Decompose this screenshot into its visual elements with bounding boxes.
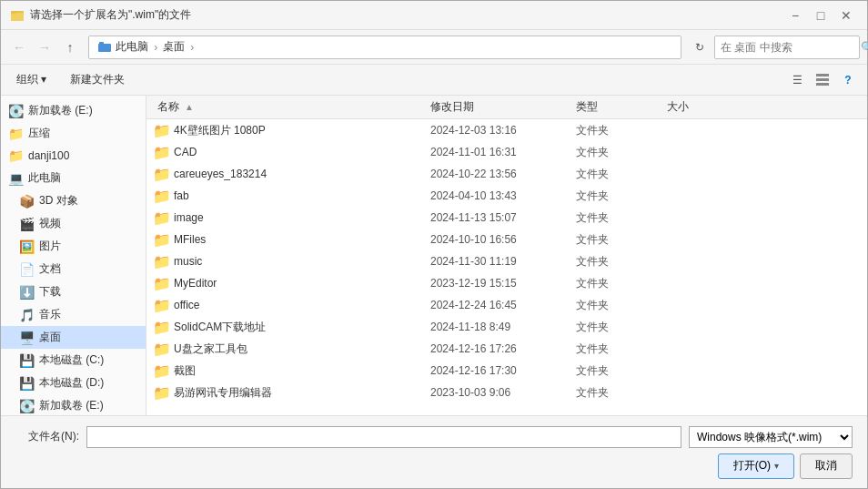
view-list-button[interactable]: ☰: [785, 68, 809, 92]
file-name: office: [174, 299, 427, 311]
file-type: 文件夹: [572, 341, 663, 357]
breadcrumb-pc[interactable]: 此电脑: [95, 37, 152, 56]
sidebar-item-music[interactable]: 🎵 音乐: [1, 303, 146, 326]
file-name: fab: [174, 189, 427, 202]
search-input[interactable]: [721, 41, 857, 54]
view-details-button[interactable]: [811, 68, 834, 92]
col-type-header[interactable]: 类型: [572, 99, 663, 115]
folder-icon: 📁: [154, 253, 170, 270]
minimize-button[interactable]: −: [783, 6, 807, 25]
file-type: 文件夹: [572, 210, 663, 226]
folder-icon: 📁: [154, 341, 170, 357]
file-name: music: [174, 255, 427, 268]
new-folder-button[interactable]: 新建文件夹: [62, 68, 133, 92]
file-type: 文件夹: [572, 385, 663, 401]
folder-icon: 📁: [8, 148, 23, 163]
address-bar[interactable]: 此电脑 › 桌面 ›: [88, 36, 681, 59]
sidebar-item-label: 文档: [39, 261, 61, 277]
table-row[interactable]: 📁 MFiles 2024-10-10 16:56 文件夹: [146, 229, 867, 250]
file-area: 名称 ▲ 修改日期 类型 大小 📁 4K壁纸图片 1080P 2024-12-0…: [146, 96, 867, 415]
volume-e-icon: 💽: [19, 399, 34, 413]
folder-icon: 📁: [8, 127, 23, 141]
folder-icon: 📁: [154, 362, 170, 379]
table-row[interactable]: 📁 MyEditor 2023-12-19 15:15 文件夹: [146, 272, 867, 294]
table-row[interactable]: 📁 office 2024-12-24 16:45 文件夹: [146, 294, 867, 316]
filetype-select[interactable]: Windows 映像格式(*.wim): [689, 426, 853, 448]
back-button[interactable]: ←: [8, 36, 30, 58]
sidebar-item-local-c[interactable]: 💾 本地磁盘 (C:): [1, 349, 146, 372]
file-date: 2024-11-18 8:49: [427, 321, 572, 333]
col-size-header[interactable]: 大小: [663, 99, 736, 115]
table-row[interactable]: 📁 music 2024-11-30 11:19 文件夹: [146, 250, 867, 272]
filename-input[interactable]: [86, 426, 681, 448]
col-name-header[interactable]: 名称 ▲: [154, 99, 427, 115]
table-row[interactable]: 📁 4K壁纸图片 1080P 2024-12-03 13:16 文件夹: [146, 119, 867, 141]
table-row[interactable]: 📁 U盘之家工具包 2024-12-16 17:26 文件夹: [146, 338, 867, 360]
table-row[interactable]: 📁 截图 2024-12-16 17:30 文件夹: [146, 360, 867, 382]
breadcrumb-desktop[interactable]: 桌面: [159, 37, 188, 56]
bottom-bar: 文件名(N): Windows 映像格式(*.wim) 打开(O) ▾ 取消: [1, 415, 867, 488]
nav-toolbar: ← → ↑ 此电脑 › 桌面 › ↻ 🔍: [1, 30, 867, 65]
file-name: SolidCAM下载地址: [174, 320, 427, 335]
file-name: 易游网讯专用编辑器: [174, 385, 427, 401]
table-row[interactable]: 📁 fab 2024-04-10 13:43 文件夹: [146, 185, 867, 207]
table-row[interactable]: 📁 careueyes_183214 2024-10-22 13:56 文件夹: [146, 163, 867, 185]
sort-arrow: ▲: [185, 102, 194, 112]
sidebar-item-label: 视频: [39, 216, 61, 231]
music-icon: 🎵: [19, 308, 34, 322]
sidebar-item-compressed[interactable]: 📁 压缩: [1, 122, 146, 145]
table-row[interactable]: 📁 CAD 2024-11-01 16:31 文件夹: [146, 141, 867, 163]
close-button[interactable]: ✕: [834, 6, 858, 25]
desktop-icon: 🖥️: [19, 331, 34, 345]
sidebar-item-videos[interactable]: 🎬 视频: [1, 212, 146, 235]
column-header: 名称 ▲ 修改日期 类型 大小: [146, 96, 867, 119]
file-date: 2024-04-10 13:43: [427, 189, 572, 202]
search-bar[interactable]: 🔍: [714, 36, 860, 59]
search-icon: 🔍: [861, 41, 868, 54]
table-row[interactable]: 📁 易游网讯专用编辑器 2023-10-03 9:06 文件夹: [146, 382, 867, 403]
file-name: image: [174, 211, 427, 224]
table-row[interactable]: 📁 image 2024-11-13 15:07 文件夹: [146, 207, 867, 229]
sidebar-item-local-d[interactable]: 💾 本地磁盘 (D:): [1, 372, 146, 394]
file-name: CAD: [174, 146, 427, 158]
svg-rect-2: [11, 11, 16, 14]
maximize-button[interactable]: □: [809, 6, 833, 25]
folder-icon: 📁: [154, 275, 170, 291]
cancel-label: 取消: [815, 458, 837, 474]
sidebar-item-label: 下载: [39, 284, 61, 300]
sidebar-item-3d-objects[interactable]: 📦 3D 对象: [1, 189, 146, 212]
help-button[interactable]: ?: [836, 68, 860, 92]
forward-button[interactable]: →: [34, 36, 56, 58]
cancel-button[interactable]: 取消: [800, 453, 853, 479]
title-bar: 请选择一个扩展名为".wim"的文件 − □ ✕: [1, 1, 867, 30]
sidebar-item-label: 新加载卷 (E:): [39, 398, 104, 413]
sidebar-item-danji100[interactable]: 📁 danji100: [1, 145, 146, 167]
col-date-header[interactable]: 修改日期: [427, 99, 572, 115]
organize-button[interactable]: 组织 ▾: [8, 68, 55, 92]
sidebar-item-label: 3D 对象: [39, 193, 78, 209]
second-toolbar: 组织 ▾ 新建文件夹 ☰ ?: [1, 65, 867, 96]
sidebar-item-downloads[interactable]: ⬇️ 下载: [1, 280, 146, 303]
breadcrumb-sep1: ›: [154, 41, 157, 54]
sidebar-item-documents[interactable]: 📄 文档: [1, 258, 146, 280]
sidebar-item-label: 桌面: [39, 330, 61, 345]
table-row[interactable]: 📁 SolidCAM下载地址 2024-11-18 8:49 文件夹: [146, 316, 867, 338]
open-button[interactable]: 打开(O) ▾: [718, 453, 794, 479]
sidebar-item-pictures[interactable]: 🖼️ 图片: [1, 235, 146, 258]
title-bar-left: 请选择一个扩展名为".wim"的文件: [10, 7, 191, 23]
svg-rect-3: [98, 44, 111, 52]
sidebar-item-label: 本地磁盘 (D:): [39, 375, 104, 391]
sidebar-item-this-pc[interactable]: 💻 此电脑: [1, 167, 146, 189]
main-content: 💽 新加载卷 (E:) 📁 压缩 📁 danji100 💻 此电脑 📦 3D 对…: [1, 96, 867, 415]
sidebar-item-new-volume-e[interactable]: 💽 新加载卷 (E:): [1, 394, 146, 415]
sidebar-item-desktop[interactable]: 🖥️ 桌面: [1, 326, 146, 349]
col-type-label: 类型: [576, 99, 598, 115]
up-button[interactable]: ↑: [59, 36, 81, 58]
open-dropdown-arrow: ▾: [774, 461, 779, 471]
col-name-label: 名称: [157, 99, 179, 115]
sidebar-item-label: 图片: [39, 239, 61, 254]
folder-icon: 📁: [154, 209, 170, 226]
file-name: U盘之家工具包: [174, 341, 427, 357]
refresh-button[interactable]: ↻: [689, 36, 711, 58]
sidebar-item-new-volume-e-top[interactable]: 💽 新加载卷 (E:): [1, 99, 146, 122]
